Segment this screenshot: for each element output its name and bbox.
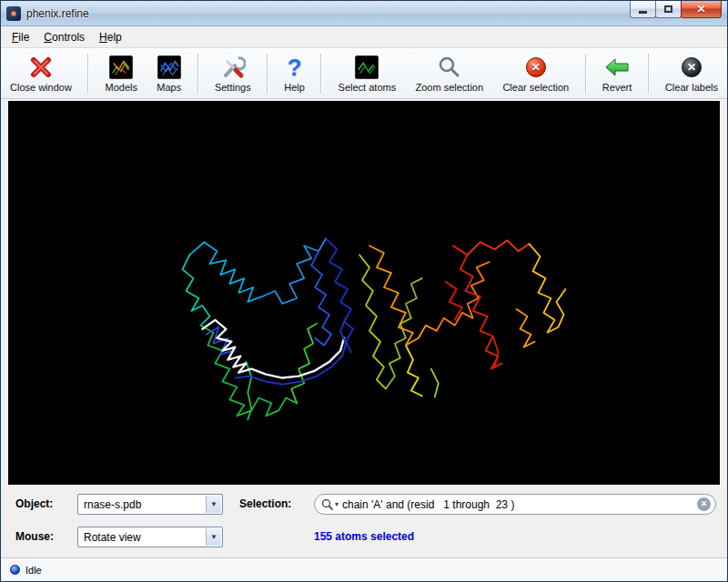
- app-icon: [6, 6, 21, 21]
- object-label: Object:: [15, 497, 53, 510]
- viewport-frame: [1, 99, 727, 487]
- models-button[interactable]: Models: [102, 52, 141, 95]
- maps-thumbnail-icon: [157, 54, 181, 81]
- toolbar-separator: [197, 54, 199, 94]
- close-window-button[interactable]: Close window: [6, 52, 76, 95]
- toolbar-separator: [320, 54, 322, 94]
- close-icon: ✕: [696, 4, 705, 15]
- caption-buttons: ✕: [631, 1, 722, 18]
- menu-bar: File Controls Help: [1, 26, 727, 48]
- clear-selection-button[interactable]: ✕ Clear selection: [499, 52, 572, 95]
- zoom-selection-button[interactable]: Zoom selection: [412, 52, 488, 95]
- toolbar: Close window Models: [1, 48, 727, 99]
- revert-arrow-icon: [604, 54, 630, 81]
- status-text: Idle: [25, 565, 42, 576]
- atoms-selected-text: 155 atoms selected: [314, 530, 414, 543]
- minimize-button[interactable]: [630, 1, 656, 18]
- toolbar-separator: [585, 54, 587, 94]
- selection-label: Selection:: [239, 497, 291, 510]
- toolbar-separator: [648, 54, 650, 94]
- menu-controls[interactable]: Controls: [36, 28, 92, 46]
- selection-searchbox[interactable]: ▾ chain 'A' and (resid 1 through 23 ) ✕: [314, 494, 716, 515]
- chevron-down-icon: ▼: [206, 528, 221, 546]
- control-panel: Object: rnase-s.pdb ▼ Selection: ▾ chain…: [1, 487, 727, 557]
- maximize-icon: [664, 5, 672, 13]
- help-question-icon: ?: [288, 54, 302, 81]
- toolbar-separator: [87, 54, 89, 94]
- clear-labels-icon: ✕: [682, 54, 702, 81]
- app-window: phenix.refine ✕ File Controls Help Close…: [0, 0, 728, 582]
- object-dropdown-value: rnase-s.pdb: [84, 498, 141, 511]
- molecule-viewport[interactable]: [8, 101, 720, 485]
- search-icon[interactable]: ▾: [321, 498, 339, 511]
- clear-search-icon[interactable]: ✕: [697, 497, 711, 511]
- models-thumbnail-icon: [109, 54, 133, 81]
- chevron-down-icon: ▼: [206, 496, 221, 513]
- close-window-icon: [29, 54, 53, 81]
- select-atoms-button[interactable]: Select atoms: [335, 52, 400, 95]
- status-indicator-icon: [10, 565, 20, 575]
- maximize-button[interactable]: [655, 1, 682, 18]
- settings-tools-icon: [220, 54, 246, 81]
- clear-selection-icon: ✕: [526, 54, 546, 81]
- selection-input[interactable]: chain 'A' and (resid 1 through 23 ): [342, 498, 697, 511]
- close-button[interactable]: ✕: [681, 1, 722, 18]
- title-bar: phenix.refine ✕: [1, 1, 727, 26]
- object-dropdown[interactable]: rnase-s.pdb ▼: [77, 494, 223, 515]
- menu-file[interactable]: File: [5, 28, 36, 46]
- settings-button[interactable]: Settings: [211, 52, 255, 95]
- toolbar-separator: [267, 54, 268, 94]
- revert-button[interactable]: Revert: [599, 52, 635, 95]
- clear-labels-button[interactable]: ✕ Clear labels: [662, 52, 722, 95]
- zoom-magnifier-icon: [438, 54, 461, 81]
- select-atoms-thumbnail-icon: [355, 54, 379, 81]
- mouse-mode-value: Rotate view: [84, 531, 141, 544]
- minimize-icon: [639, 11, 647, 14]
- help-button[interactable]: ? Help: [280, 52, 308, 95]
- mouse-mode-dropdown[interactable]: Rotate view ▼: [77, 527, 223, 547]
- molecule-render: [8, 101, 720, 485]
- mouse-label: Mouse:: [15, 530, 54, 543]
- maps-button[interactable]: Maps: [153, 52, 185, 95]
- status-bar: Idle: [1, 557, 727, 581]
- window-title: phenix.refine: [26, 7, 89, 20]
- menu-help[interactable]: Help: [92, 28, 129, 46]
